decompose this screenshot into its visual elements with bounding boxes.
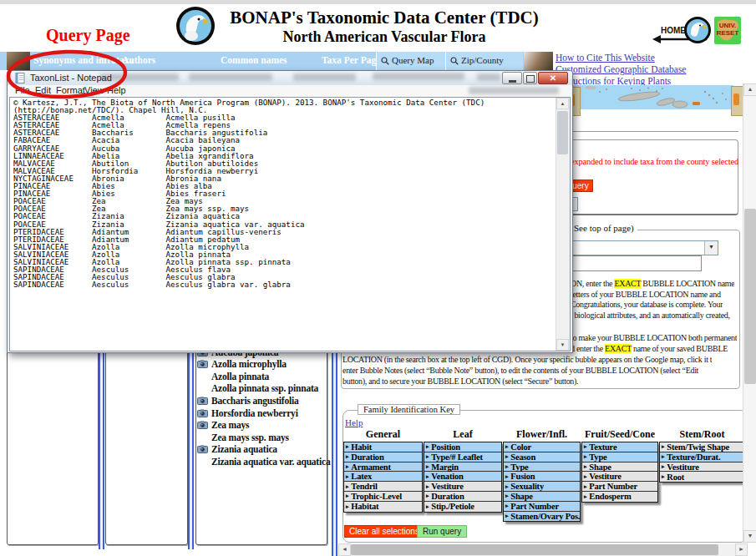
notepad-scrollbar[interactable]: ▲ ▼ xyxy=(556,98,570,351)
submenu-arrow-icon: ▸ xyxy=(584,463,586,470)
species-item[interactable]: Azolla pinnata ssp. pinnata xyxy=(197,383,318,394)
univ-reset-button[interactable]: UNIV. RESET xyxy=(714,17,741,44)
notepad-content[interactable]: © Kartesz, J.T., The Biota of North Amer… xyxy=(13,99,485,288)
submenu-arrow-icon: ▸ xyxy=(584,483,586,490)
menu-help[interactable]: Help xyxy=(107,85,126,95)
key-item-part-number[interactable]: ▸Part Number xyxy=(582,482,657,492)
key-item-root[interactable]: ▸Root xyxy=(660,472,744,482)
nav-tab-common-names[interactable]: Common names xyxy=(221,55,287,65)
key-item-type[interactable]: ▸Type xyxy=(582,452,657,462)
key-item-stem-twig-shape[interactable]: ▸Stem/Twig Shape xyxy=(660,442,744,452)
right-panel-vertical-scrollbar[interactable]: ▲ ▼ xyxy=(743,83,756,543)
species-item[interactable]: Azolla pinnata xyxy=(197,371,269,382)
key-item-duration[interactable]: ▸Duration xyxy=(424,492,501,502)
species-item[interactable]: Baccharis angustifolia xyxy=(197,395,299,406)
menu-view[interactable]: View xyxy=(84,85,104,95)
key-item-vestiture[interactable]: ▸Vestiture xyxy=(660,462,744,473)
run-query-button[interactable]: Run query xyxy=(417,525,467,538)
nav-tab-query-map[interactable]: Query Map xyxy=(376,52,446,70)
key-item-shape[interactable]: ▸Shape xyxy=(504,492,580,502)
key-column-leaf: Leaf▸Position▸Type/# Leaflet▸Margin▸Vena… xyxy=(424,428,502,513)
menu-file[interactable]: File xyxy=(15,85,30,95)
key-item-endosperm[interactable]: ▸Endosperm xyxy=(582,492,657,502)
chevron-down-icon[interactable]: ▼ xyxy=(704,241,718,255)
help-link[interactable]: Help xyxy=(345,417,363,427)
page-title: Query Page xyxy=(46,26,130,45)
species-item[interactable]: Zea mays xyxy=(197,420,249,431)
key-item-shape[interactable]: ▸Shape xyxy=(582,462,657,473)
key-item-season[interactable]: ▸Season xyxy=(504,452,580,462)
nav-tab-taxa-per-page[interactable]: Taxa Per Page xyxy=(322,55,380,65)
species-item[interactable]: Zizania aquatica var. aquatica xyxy=(197,456,330,467)
key-item-tendril[interactable]: ▸Tendril xyxy=(344,482,422,492)
submenu-arrow-icon: ▸ xyxy=(426,503,429,510)
notepad-scroll-thumb[interactable] xyxy=(557,111,568,154)
bubble-text-line: button), and to secure your BUBBLE LOCAT… xyxy=(342,377,578,386)
species-item[interactable]: Zea mays ssp. mays xyxy=(197,432,289,442)
key-item-type-leaflet[interactable]: ▸Type/# Leaflet xyxy=(424,452,501,462)
menu-format[interactable]: Format xyxy=(56,85,85,95)
key-item-type[interactable]: ▸Type xyxy=(504,462,580,473)
bubble-text-line: Congratulations, your database is comple… xyxy=(571,300,723,309)
species-label: Zea mays ssp. mays xyxy=(211,432,289,442)
key-item-habitat[interactable]: ▸Habitat xyxy=(344,502,422,512)
key-item-latex[interactable]: ▸Latex xyxy=(344,472,422,482)
key-item-position[interactable]: ▸Position xyxy=(424,442,501,452)
scroll-up-icon[interactable]: ▲ xyxy=(743,83,756,96)
nav-tab-synonyms-and-infrataxa[interactable]: Synonyms and infrataxa xyxy=(33,55,134,65)
bonap-eagle-logo xyxy=(175,6,216,46)
nav-tab-authors[interactable]: Authors xyxy=(122,55,155,65)
species-item[interactable]: Horsfordia newberryi xyxy=(197,407,298,418)
link-how-to-cite-this-website[interactable]: How to Cite This Website xyxy=(556,53,655,63)
notepad-window-title: TaxonList - Notepad xyxy=(30,73,112,83)
clear-all-selections-button[interactable]: Clear all selections xyxy=(344,525,424,538)
species-label: Baccharis angustifolia xyxy=(211,396,299,406)
key-item-part-number[interactable]: ▸Part Number xyxy=(504,502,580,512)
notepad-title-bar[interactable]: TaxonList - Notepad ✕ xyxy=(8,71,572,86)
key-item-vestiture[interactable]: ▸Vestiture xyxy=(582,472,657,482)
menu-edit[interactable]: Edit xyxy=(35,85,51,95)
navbar-right-photo xyxy=(524,52,553,70)
key-item-armament[interactable]: ▸Armament xyxy=(344,462,422,473)
key-item-stip-petiole[interactable]: ▸Stip./Petiole xyxy=(424,502,501,512)
home-eagle-icon[interactable] xyxy=(683,16,712,44)
key-item-sexuality[interactable]: ▸Sexuality xyxy=(504,482,580,492)
notepad-text-area[interactable]: © Kartesz, J.T., The Biota of North Amer… xyxy=(9,97,571,351)
submenu-arrow-icon: ▸ xyxy=(346,493,348,499)
key-item-duration[interactable]: ▸Duration xyxy=(344,452,422,462)
close-button[interactable]: ✕ xyxy=(538,72,568,84)
right-panel-horizontal-scrollbar[interactable]: ◄ ► xyxy=(338,543,748,556)
link-customized-geographic-database[interactable]: Customized Geographic Database xyxy=(556,64,686,74)
key-item-margin[interactable]: ▸Margin xyxy=(424,462,501,473)
species-item[interactable]: Zizania aquatica xyxy=(197,444,277,455)
maximize-button[interactable] xyxy=(523,72,537,84)
key-item-color[interactable]: ▸Color xyxy=(504,442,580,452)
key-item-vestiture[interactable]: ▸Vestiture xyxy=(424,482,501,492)
nav-tab-zip-county[interactable]: Zip/County xyxy=(445,52,523,70)
key-item-trophic-level[interactable]: ▸Trophic-Level xyxy=(344,492,422,502)
scroll-down-icon[interactable]: ▼ xyxy=(743,530,756,543)
key-item-label: Margin xyxy=(431,462,459,472)
key-item-habit[interactable]: ▸Habit xyxy=(344,442,422,452)
scroll-right-icon[interactable]: ► xyxy=(735,543,748,556)
key-item-texture-durat[interactable]: ▸Texture/Durat. xyxy=(660,452,744,462)
scroll-down-icon[interactable]: ▼ xyxy=(556,339,569,351)
key-item-texture[interactable]: ▸Texture xyxy=(582,442,657,452)
key-item-label: Venation xyxy=(431,472,463,481)
species-item[interactable]: Azolla microphylla xyxy=(197,359,287,370)
minimize-button[interactable] xyxy=(502,72,522,84)
key-item-venation[interactable]: ▸Venation xyxy=(424,472,501,482)
camera-icon xyxy=(197,421,208,429)
species-label: Zizania aquatica xyxy=(211,444,277,454)
key-item-label: Fusion xyxy=(510,472,535,481)
scroll-left-icon[interactable]: ◄ xyxy=(338,543,351,556)
key-item-label: Shape xyxy=(510,492,532,501)
vertical-scroll-thumb[interactable] xyxy=(744,209,756,384)
notepad-window: TaxonList - Notepad ✕ FileEditFormatView… xyxy=(7,70,573,353)
key-item-fusion[interactable]: ▸Fusion xyxy=(504,472,580,482)
horizontal-scroll-thumb[interactable] xyxy=(351,544,718,555)
species-label: Azolla microphylla xyxy=(211,359,287,369)
family-key-legend: Family Identification Key xyxy=(358,404,460,415)
key-item-stamen-ovary-pos[interactable]: ▸Stamen/Ovary Pos. xyxy=(504,512,580,522)
scroll-up-icon[interactable]: ▲ xyxy=(556,98,569,109)
